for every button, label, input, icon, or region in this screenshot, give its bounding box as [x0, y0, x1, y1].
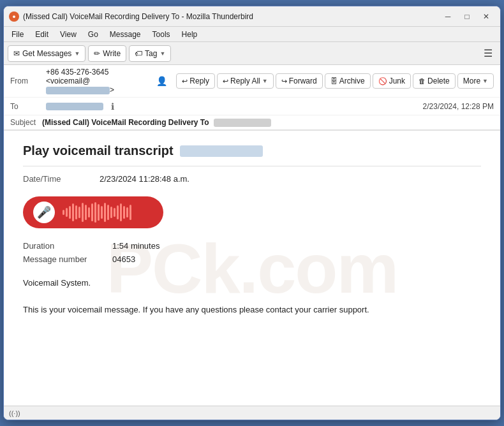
- from-email-redacted: [46, 87, 110, 94]
- wave-bar: [126, 207, 128, 217]
- email-content: Play voicemail transcript Date/Time 2/23…: [23, 143, 481, 316]
- from-row: From +86 435-276-3645 <voicemail@> 👤 ↩ R…: [4, 65, 500, 98]
- divider: [23, 166, 481, 166]
- archive-button[interactable]: 🗄 Archive: [325, 73, 371, 89]
- from-phone: +86 435-276-3645: [46, 68, 108, 77]
- email-header: From +86 435-276-3645 <voicemail@> 👤 ↩ R…: [4, 65, 500, 131]
- title-text: Play voicemail transcript: [23, 143, 174, 158]
- get-messages-dropdown-icon: ▼: [74, 50, 80, 57]
- forward-label: Forward: [289, 77, 317, 85]
- duration-row: Duration 1:54 minutes: [23, 241, 481, 251]
- title-link-redacted: [180, 145, 263, 157]
- reply-all-button[interactable]: ↩ Reply All ▼: [217, 73, 274, 89]
- forward-button[interactable]: ↪ Forward: [276, 73, 323, 89]
- archive-label: Archive: [339, 77, 365, 85]
- menu-tools[interactable]: Tools: [147, 29, 175, 40]
- more-label: More: [463, 77, 480, 85]
- audio-player[interactable]: 🎤: [23, 196, 163, 228]
- from-label: From: [10, 77, 42, 85]
- waveform: [63, 202, 153, 223]
- forward-icon: ↪: [281, 77, 287, 85]
- wave-bar: [88, 207, 90, 217]
- subject-text: (Missed Call) VoiceMail Recording Delive…: [42, 118, 209, 127]
- voicemail-title: Play voicemail transcript: [23, 143, 481, 158]
- reply-icon: ↩: [182, 77, 188, 85]
- app-icon: ●: [9, 11, 19, 22]
- minimize-button[interactable]: ─: [439, 10, 457, 24]
- footer-line1: Voicemail System.: [23, 277, 481, 290]
- reply-all-icon: ↩: [223, 77, 228, 85]
- wave-bar: [117, 205, 119, 219]
- get-messages-button[interactable]: ✉ Get Messages ▼: [8, 45, 85, 62]
- menu-file[interactable]: File: [6, 29, 29, 40]
- tag-icon: 🏷: [135, 49, 142, 58]
- subject-value: (Missed Call) VoiceMail Recording Delive…: [42, 118, 271, 127]
- info-table: Duration 1:54 minutes Message number 046…: [23, 241, 481, 264]
- from-value: +86 435-276-3645 <voicemail@>: [46, 68, 152, 94]
- wave-bar: [94, 202, 96, 223]
- write-label: Write: [103, 49, 121, 58]
- write-button[interactable]: ✏ Write: [88, 45, 126, 62]
- more-button[interactable]: More ▼: [457, 73, 494, 89]
- main-toolbar: ✉ Get Messages ▼ ✏ Write 🏷 Tag ▼ ☰: [4, 42, 500, 65]
- reply-all-dropdown-icon: ▼: [262, 78, 268, 84]
- to-contact-icon[interactable]: ℹ: [111, 101, 114, 112]
- status-icon: ((·)): [9, 409, 20, 417]
- wave-bar: [91, 203, 93, 221]
- wave-bar: [85, 205, 87, 220]
- wave-bar: [104, 203, 106, 222]
- contact-icon[interactable]: 👤: [156, 76, 167, 86]
- wave-bar: [120, 203, 122, 221]
- tag-button[interactable]: 🏷 Tag ▼: [129, 45, 171, 62]
- datetime-row: Date/Time 2/23/2024 11:28:48 a.m.: [23, 174, 481, 184]
- menu-view[interactable]: View: [55, 29, 82, 40]
- subject-row: Subject (Missed Call) VoiceMail Recordin…: [4, 115, 500, 130]
- reply-button[interactable]: ↩ Reply: [176, 73, 215, 89]
- wave-bar: [114, 208, 115, 217]
- body-text: Voicemail System. This is your voicemail…: [23, 277, 481, 316]
- message-number-value: 04653: [112, 254, 135, 264]
- trash-icon: 🗑: [419, 77, 426, 85]
- wave-bar: [63, 210, 64, 215]
- menu-edit[interactable]: Edit: [30, 29, 54, 40]
- reply-all-label: Reply All: [230, 77, 260, 85]
- junk-button[interactable]: 🚫 Junk: [373, 73, 411, 89]
- wave-bar: [75, 205, 77, 219]
- reply-label: Reply: [189, 77, 209, 85]
- wave-bar: [69, 206, 71, 219]
- junk-label: Junk: [389, 77, 405, 85]
- more-dropdown-icon: ▼: [482, 78, 488, 84]
- main-window: ● (Missed Call) VoiceMail Recording Deli…: [3, 6, 501, 420]
- status-bar: ((·)): [4, 406, 500, 420]
- duration-value: 1:54 minutes: [112, 241, 159, 251]
- menu-go[interactable]: Go: [83, 29, 103, 40]
- wave-bar: [78, 207, 80, 218]
- wave-bar: [107, 205, 109, 220]
- wave-bar: [101, 206, 103, 219]
- datetime-value: 2/23/2024 11:28:48 a.m.: [100, 174, 189, 184]
- envelope-icon: ✉: [13, 49, 20, 58]
- wave-bar: [130, 205, 131, 220]
- to-row: To ℹ 2/23/2024, 12:28 PM: [4, 98, 500, 115]
- get-messages-label: Get Messages: [22, 49, 71, 58]
- message-number-label: Message number: [23, 254, 100, 264]
- junk-icon: 🚫: [378, 77, 387, 85]
- menu-help[interactable]: Help: [177, 29, 203, 40]
- window-title: (Missed Call) VoiceMail Recording Delive…: [23, 12, 439, 21]
- tag-dropdown-icon: ▼: [159, 50, 165, 57]
- from-email: <voicemail@: [46, 77, 90, 85]
- menu-bar: File Edit View Go Message Tools Help: [4, 27, 500, 42]
- to-value-redacted: [46, 103, 103, 110]
- email-body: PCk.com Play voicemail transcript Date/T…: [4, 131, 500, 406]
- pencil-icon: ✏: [94, 49, 100, 58]
- hamburger-menu-icon[interactable]: ☰: [480, 45, 496, 62]
- datetime-label: Date/Time: [23, 174, 80, 184]
- message-number-row: Message number 04653: [23, 254, 481, 264]
- close-button[interactable]: ✕: [477, 10, 495, 24]
- wave-bar: [123, 206, 125, 219]
- maximize-button[interactable]: □: [458, 10, 476, 24]
- delete-button[interactable]: 🗑 Delete: [413, 73, 456, 89]
- duration-label: Duration: [23, 241, 100, 251]
- window-controls: ─ □ ✕: [439, 10, 495, 24]
- menu-message[interactable]: Message: [105, 29, 146, 40]
